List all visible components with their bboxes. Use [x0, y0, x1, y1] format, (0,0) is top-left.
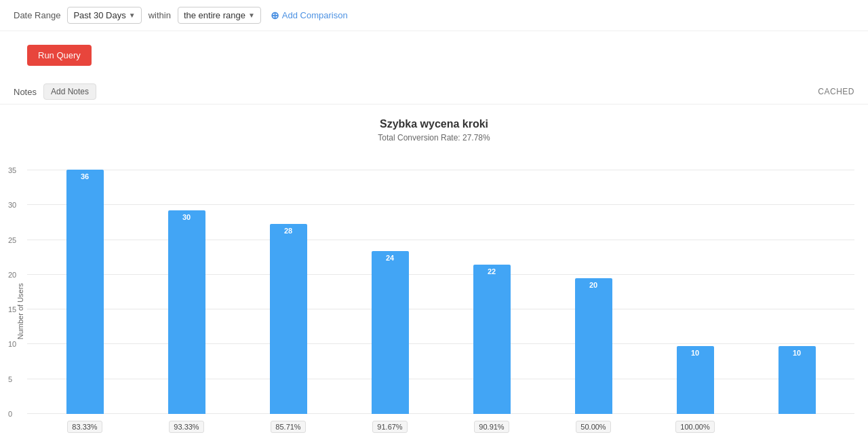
chevron-down-icon-2: ▼ — [248, 12, 255, 19]
bar: 10 — [778, 346, 816, 414]
bar: 24 — [372, 251, 409, 414]
bar-group: 2050.00% — [542, 156, 644, 414]
add-notes-button[interactable]: Add Notes — [43, 83, 96, 100]
bar-value: 28 — [284, 224, 292, 235]
bar-value: 10 — [793, 346, 801, 357]
bar-value: 22 — [488, 265, 496, 276]
top-bar: Date Range Past 30 Days ▼ within the ent… — [0, 0, 868, 31]
conversion-badge: 83.33% — [67, 421, 102, 433]
bar: 22 — [473, 265, 511, 414]
bar-value: 36 — [81, 170, 89, 180]
conversion-badge: 93.33% — [169, 421, 203, 433]
bar: 30 — [168, 210, 205, 414]
bar-value: 30 — [182, 210, 191, 221]
notes-label: Notes — [14, 87, 37, 97]
notes-left: Notes Add Notes — [14, 83, 96, 100]
bar-group: 3683.33% — [34, 156, 136, 414]
range-dropdown[interactable]: the entire range ▼ — [178, 7, 261, 24]
bar: 36 — [66, 170, 104, 414]
bars-row: 3683.33%3093.33%2885.71%2491.67%2290.91%… — [27, 156, 854, 414]
chevron-down-icon: ▼ — [129, 12, 136, 19]
chart-area: Number of Users 0 5 10 15 20 25 30 35 36… — [14, 156, 854, 437]
notes-bar: Notes Add Notes CACHED — [0, 79, 868, 104]
conversion-badge: 100.00% — [675, 421, 714, 433]
bar: 10 — [677, 346, 714, 414]
bar-group: 10 — [746, 156, 848, 414]
bar-value: 24 — [386, 251, 394, 262]
bar-group: 2290.91% — [441, 156, 542, 414]
conversion-badge: 50.00% — [576, 421, 610, 433]
add-comparison-label: Add Comparison — [282, 10, 348, 20]
date-range-dropdown[interactable]: Past 30 Days ▼ — [67, 7, 141, 24]
bar-group: 2491.67% — [339, 156, 441, 414]
conversion-badge: 85.71% — [271, 421, 305, 433]
bar-group: 2885.71% — [237, 156, 339, 414]
run-query-button[interactable]: Run Query — [27, 45, 92, 66]
bar-group: 10100.00% — [644, 156, 746, 414]
range-value: the entire range — [184, 10, 245, 20]
bar: 20 — [575, 278, 612, 414]
run-query-section: Run Query — [0, 31, 868, 79]
bar-group: 3093.33% — [136, 156, 237, 414]
chart-container: Szybka wycena kroki Total Conversion Rat… — [0, 104, 868, 437]
chart-title: Szybka wycena kroki — [14, 118, 854, 130]
bar-value: 20 — [589, 278, 597, 289]
chart-subtitle: Total Conversion Rate: 27.78% — [14, 133, 854, 142]
y-axis-label: Number of Users — [14, 156, 27, 437]
bar: 28 — [270, 224, 307, 414]
date-range-value: Past 30 Days — [73, 10, 125, 20]
add-comparison-button[interactable]: ⊕ Add Comparison — [271, 10, 348, 22]
bar-value: 10 — [691, 346, 699, 357]
conversion-badge: 91.67% — [372, 421, 407, 433]
plus-icon: ⊕ — [271, 10, 279, 22]
date-range-label: Date Range — [14, 10, 60, 20]
within-label: within — [149, 10, 171, 20]
cached-badge: CACHED — [818, 87, 854, 96]
conversion-badge: 90.91% — [474, 421, 509, 433]
chart-inner: 0 5 10 15 20 25 30 35 3683.33%3093.33%28… — [27, 156, 854, 437]
grid-and-bars: 0 5 10 15 20 25 30 35 3683.33%3093.33%28… — [27, 156, 854, 414]
